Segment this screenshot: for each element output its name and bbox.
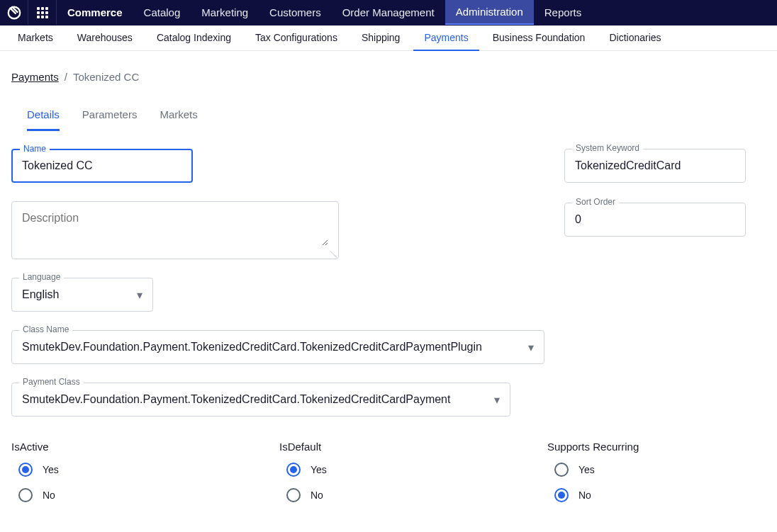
radio-icon (286, 463, 301, 477)
supports-recurring-title: Supports Recurring (547, 441, 760, 453)
name-field[interactable]: Name (11, 149, 193, 183)
brand-logo[interactable] (0, 0, 28, 25)
sort-order-field[interactable]: Sort Order (564, 203, 746, 237)
radio-label: Yes (311, 464, 327, 475)
supports-recurring-no[interactable]: No (554, 488, 760, 502)
language-field[interactable]: Language English ▾ (11, 278, 153, 312)
breadcrumb-current: Tokenized CC (73, 71, 139, 83)
class-name-value: SmutekDev.Foundation.Payment.TokenizedCr… (22, 341, 482, 353)
resize-handle-icon (328, 249, 337, 257)
is-active-yes[interactable]: Yes (18, 463, 279, 477)
radio-icon (554, 488, 569, 502)
name-input[interactable] (22, 159, 182, 172)
subnav-tax-configurations[interactable]: Tax Configurations (245, 26, 348, 51)
name-label: Name (20, 144, 50, 154)
radio-icon (18, 463, 33, 477)
radio-label: No (578, 489, 591, 501)
chevron-down-icon: ▾ (137, 288, 142, 302)
radio-label: No (311, 489, 323, 501)
nav-administration[interactable]: Administration (445, 0, 534, 25)
subnav-business-foundation[interactable]: Business Foundation (482, 26, 596, 51)
nav-catalog[interactable]: Catalog (133, 0, 191, 25)
nav-customers[interactable]: Customers (259, 0, 332, 25)
subnav-catalog-indexing[interactable]: Catalog Indexing (146, 26, 242, 51)
description-field[interactable] (11, 201, 339, 259)
is-default-yes[interactable]: Yes (286, 463, 547, 477)
nav-order-management[interactable]: Order Management (332, 0, 445, 25)
chevron-down-icon: ▾ (528, 341, 534, 354)
nav-reports[interactable]: Reports (534, 0, 593, 25)
detail-tabs: Details Parameters Markets (11, 104, 766, 132)
radio-label: Yes (43, 464, 59, 475)
apps-grid-icon (37, 7, 48, 18)
subnav-payments[interactable]: Payments (413, 26, 479, 51)
payment-class-value: SmutekDev.Foundation.Payment.TokenizedCr… (22, 393, 450, 405)
class-name-field[interactable]: Class Name SmutekDev.Foundation.Payment.… (11, 330, 544, 364)
class-name-label: Class Name (19, 324, 72, 334)
system-keyword-input[interactable] (575, 159, 735, 172)
apps-launcher[interactable] (28, 0, 57, 25)
sub-nav: Markets Warehouses Catalog Indexing Tax … (0, 26, 777, 51)
description-input[interactable] (22, 212, 328, 246)
radio-label: No (43, 489, 55, 501)
payment-class-label: Payment Class (19, 377, 84, 387)
breadcrumb-separator: / (65, 71, 67, 83)
radio-icon (554, 463, 569, 477)
radio-label: Yes (578, 464, 595, 475)
language-label: Language (19, 272, 64, 282)
radio-icon (18, 488, 33, 502)
top-nav: Commerce Catalog Marketing Customers Ord… (0, 0, 777, 26)
nav-commerce[interactable]: Commerce (57, 0, 133, 25)
system-keyword-field[interactable]: System Keyword (564, 149, 746, 183)
nav-marketing[interactable]: Marketing (191, 0, 259, 25)
breadcrumb: Payments / Tokenized CC (11, 71, 766, 83)
breadcrumb-parent[interactable]: Payments (11, 71, 59, 83)
tab-markets[interactable]: Markets (160, 104, 197, 131)
tab-parameters[interactable]: Parameters (82, 104, 138, 131)
subnav-dictionaries[interactable]: Dictionaries (598, 26, 671, 51)
is-default-no[interactable]: No (286, 488, 547, 502)
subnav-shipping[interactable]: Shipping (351, 26, 411, 51)
radio-icon (286, 488, 301, 502)
brand-icon (6, 5, 22, 21)
chevron-down-icon: ▾ (494, 393, 500, 407)
supports-recurring-yes[interactable]: Yes (554, 463, 760, 477)
system-keyword-label: System Keyword (572, 143, 643, 153)
is-active-title: IsActive (11, 441, 279, 453)
language-value: English (22, 288, 59, 300)
sort-order-input[interactable] (575, 213, 735, 226)
sort-order-label: Sort Order (572, 197, 619, 207)
subnav-markets[interactable]: Markets (7, 26, 64, 51)
is-default-title: IsDefault (279, 441, 547, 453)
subnav-warehouses[interactable]: Warehouses (67, 26, 143, 51)
is-active-no[interactable]: No (18, 488, 279, 502)
payment-class-field[interactable]: Payment Class SmutekDev.Foundation.Payme… (11, 383, 510, 417)
tab-details[interactable]: Details (27, 104, 60, 131)
